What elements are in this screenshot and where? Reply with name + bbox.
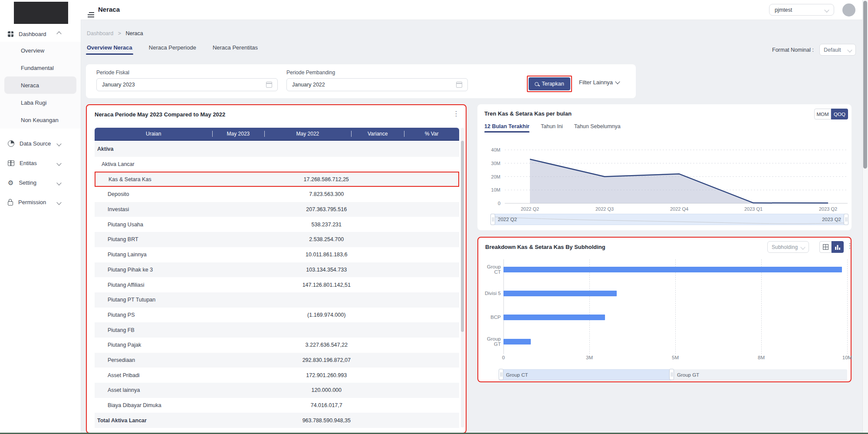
slider-handle-mid[interactable] — [669, 369, 674, 380]
table-row-asset-pribadi[interactable]: Asset Pribadi172.901.260.993 — [95, 368, 459, 383]
trend-tab-12-bulan-terakhir[interactable]: 12 Bulan Terakhir — [484, 123, 529, 133]
app-screen: Dashboard OverviewFundamentalNeracaLaba … — [0, 0, 868, 434]
sidebar-item-fundamental[interactable]: Fundamental — [4, 59, 76, 76]
slider-handle-right[interactable] — [844, 214, 848, 225]
sidebar-item-data-source[interactable]: Data Source — [0, 134, 81, 153]
sidebar-item-neraca[interactable]: Neraca — [4, 76, 76, 94]
tab-neraca-perperiode[interactable]: Neraca Perperiode — [149, 44, 196, 55]
x-tick-label: 2022 Q3 — [595, 206, 614, 212]
trend-area-chart: 010M20M30M40M2022 Q22022 Q32022 Q42023 Q… — [481, 139, 850, 212]
row-value: 74.016.017,7 — [311, 402, 342, 408]
x-tick-label: 0 — [502, 355, 505, 360]
dimension-select[interactable]: Subholding — [767, 241, 809, 253]
trend-tab-tahun-sebelumnya[interactable]: Tahun Sebelumnya — [574, 123, 621, 133]
trend-tab-tahun-ini[interactable]: Tahun Ini — [541, 123, 563, 133]
tab-overview-neraca[interactable]: Overview Neraca — [87, 44, 132, 55]
breadcrumb-item[interactable]: Dashboard — [87, 30, 113, 36]
x-tick-label: 3M — [586, 355, 593, 360]
x-tick-label: 2022 Q4 — [670, 206, 688, 212]
page-scrollbar-thumb[interactable] — [863, 1, 867, 169]
breakdown-range-slider[interactable]: Group CT Group GT — [499, 369, 847, 381]
table-row-piutang-pajak[interactable]: Piutang Pajak3.227.636.547,22 — [95, 338, 459, 353]
sidebar-item-entitas[interactable]: Entitas — [0, 153, 81, 173]
breadcrumb-separator: > — [118, 30, 121, 36]
table-row-piutang-ps[interactable]: Piutang PS(1.169.974.000) — [95, 308, 459, 323]
lock-icon — [8, 201, 13, 205]
table-row-asset-lainnya[interactable]: Asset lainnya120.000.000 — [95, 383, 459, 398]
sidebar-item-non-keuangan[interactable]: Non Keuangan — [4, 111, 76, 129]
sidebar-item-permission[interactable]: Permission — [0, 192, 81, 212]
slider-handle-left[interactable] — [499, 369, 503, 380]
pie-chart-icon — [8, 140, 14, 147]
row-value: 292.830.196.872,07 — [302, 357, 351, 363]
format-nominal-select[interactable]: Default — [819, 44, 856, 56]
neraca-table-card: Neraca Periode May 2023 Compared to May … — [86, 104, 467, 434]
periode-pembanding-value: January 2022 — [292, 82, 325, 88]
table-row-deposito[interactable]: Deposito7.823.563.300 — [95, 187, 459, 202]
table-row-piutang-usaha[interactable]: Piutang Usaha538.237.231 — [95, 217, 459, 232]
sidebar-item-setting[interactable]: ⚙Setting — [0, 173, 81, 192]
chevron-down-icon — [56, 200, 61, 205]
table-row-kas-setara-kas[interactable]: Kas & Setara Kas17.268.586.712,25 — [95, 172, 459, 187]
row-label: Asset lainnya — [108, 387, 140, 393]
table-row-biaya-dibayar-dimuka[interactable]: Biaya Dibayar Dimuka74.016.017,7 — [95, 398, 459, 413]
chevron-down-icon — [56, 141, 61, 146]
slider-start-label: 2022 Q2 — [498, 217, 517, 222]
table-grid-icon — [823, 244, 829, 250]
y-tick-label: 20M — [491, 174, 500, 179]
table-row-total-aktiva-lancar: Total Aktiva Lancar963.788.590.948,35 — [95, 413, 459, 428]
sidebar-item-dashboard[interactable]: Dashboard — [0, 27, 89, 41]
x-tick-label: 8M — [758, 355, 765, 360]
periode-fiskal-value: January 2023 — [102, 82, 135, 88]
bar-group-gt[interactable] — [503, 339, 531, 345]
sidebar-item-laba-rugi[interactable]: Laba Rugi — [4, 94, 76, 111]
table-row-piutang-brt[interactable]: Piutang BRT2.538.254.700 — [95, 232, 459, 247]
tab-neraca-perentitas[interactable]: Neraca Perentitas — [213, 44, 258, 55]
table-row-piutang-lainnya[interactable]: Piutang Lainnya10.011.861.183,6 — [95, 247, 459, 262]
periode-fiskal-input[interactable]: January 2023 — [96, 78, 278, 91]
row-value: 103.134.354.733 — [306, 267, 347, 273]
more-filter-button[interactable]: Filter Lainnya — [579, 79, 619, 86]
kebab-menu-icon[interactable]: ⋮ — [453, 110, 460, 117]
chart-view-button[interactable] — [832, 241, 844, 253]
sidebar-item-label: Overview — [21, 47, 44, 54]
breakdown-bar-chart: 03M5M8M10MGroup CTDivisi 5BCPGroup GT — [482, 257, 849, 366]
row-label: Piutang Lainnya — [108, 252, 147, 258]
avatar[interactable] — [842, 3, 855, 17]
slider-end-label: Group GT — [677, 372, 699, 378]
sidebar-submenu: OverviewFundamentalNeracaLaba RugiNon Ke… — [0, 42, 81, 129]
row-label: Total Aktiva Lancar — [97, 417, 147, 424]
sidebar-item-label: Non Keuangan — [21, 117, 59, 123]
format-nominal-value: Default — [824, 47, 841, 53]
bar-divisi-5[interactable] — [503, 291, 617, 296]
periode-pembanding-input[interactable]: January 2022 — [286, 78, 468, 91]
column-header-may-2023: May 2023 — [212, 128, 264, 140]
dimension-select-value: Subholding — [772, 244, 798, 250]
table-scrollbar-thumb[interactable] — [461, 141, 464, 332]
toggle-qoq[interactable]: QOQ — [831, 109, 848, 119]
bar-bcp[interactable] — [503, 315, 605, 320]
table-row-piutang-pihak-ke-3[interactable]: Piutang Pihak ke 3103.134.354.733 — [95, 262, 459, 278]
kebab-menu-icon[interactable]: ⋮ — [846, 242, 853, 249]
row-label: Aktiva — [97, 146, 114, 152]
user-dropdown[interactable]: pjmtest — [769, 4, 834, 16]
gridline — [675, 259, 676, 354]
table-row-piutang-affiliasi[interactable]: Piutang Affiliasi147.126.801.142,51 — [95, 277, 459, 292]
sidebar-item-overview[interactable]: Overview — [4, 42, 76, 59]
row-label: Piutang Usaha — [108, 222, 143, 228]
breadcrumb: Dashboard > Neraca — [87, 30, 143, 36]
table-row-piutang-pt-tutupan[interactable]: Piutang PT Tutupan — [95, 292, 459, 308]
table-body: AktivaAktiva LancarKas & Setara Kas17.26… — [95, 142, 459, 428]
table-row-persediaan[interactable]: Persediaan292.830.196.872,07 — [95, 353, 459, 368]
menu-fold-icon[interactable] — [88, 9, 94, 17]
apply-button[interactable]: Terapkan — [529, 77, 570, 90]
slider-handle-left[interactable] — [490, 214, 495, 225]
bar-group-ct[interactable] — [503, 267, 842, 272]
toggle-mom[interactable]: MOM — [814, 109, 831, 119]
trend-range-slider[interactable]: 2022 Q2 2023 Q2 — [490, 214, 848, 225]
table-row-investasi[interactable]: Investasi207.363.795.516 — [95, 202, 459, 217]
table-view-button[interactable] — [819, 241, 832, 253]
table-row-piutang-fb[interactable]: Piutang FB — [95, 322, 459, 338]
bar-chart-icon — [835, 245, 841, 250]
breakdown-card: Breakdown Kas & Setara Kas By Subholding… — [477, 237, 852, 382]
